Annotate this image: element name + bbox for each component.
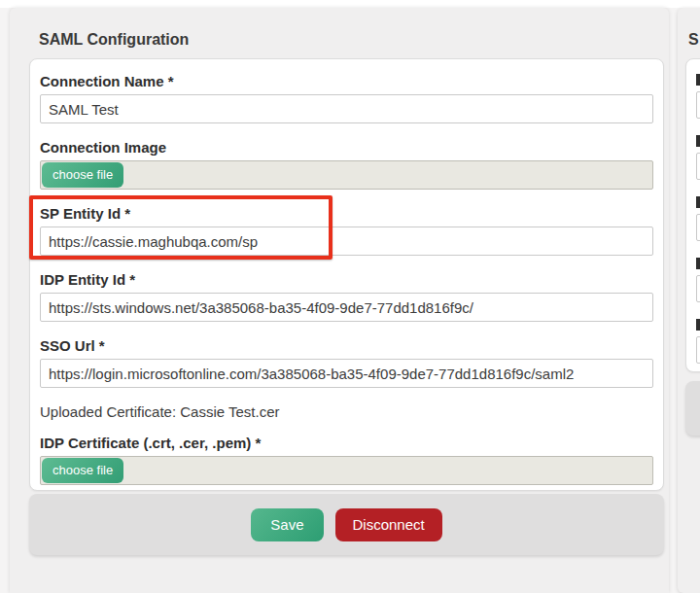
sso-url-input[interactable]: [40, 359, 653, 388]
second-panel-field-label-fragment: [696, 135, 700, 147]
saml-configuration-panel: SAML Configuration Connection Name * Con…: [10, 8, 669, 593]
connection-name-input[interactable]: [40, 94, 653, 123]
second-configuration-panel-cutoff: S: [678, 8, 700, 593]
second-panel-input-cutoff[interactable]: [696, 91, 700, 119]
uploaded-certificate-text: Uploaded Certificate: Cassie Test.cer: [40, 404, 653, 419]
panel-title-saml-configuration: SAML Configuration: [39, 31, 189, 49]
second-panel-field-label-fragment: [696, 74, 700, 86]
second-panel-field-label-fragment: [696, 319, 700, 331]
idp-certificate-label: IDP Certificate (.crt, .cer, .pem) *: [40, 436, 653, 450]
connection-image-label: Connection Image: [40, 140, 653, 155]
sp-entity-id-label: SP Entity Id *: [40, 206, 653, 221]
second-panel-input-cutoff[interactable]: [696, 275, 700, 302]
idp-entity-id-label: IDP Entity Id *: [40, 272, 653, 287]
second-panel-footer-cutoff: [685, 381, 700, 436]
idp-entity-id-input[interactable]: [40, 293, 653, 322]
form-footer: Save Disconnect: [29, 494, 664, 555]
page-top-strip: [0, 0, 700, 8]
sso-url-label: SSO Url *: [40, 338, 653, 353]
sp-entity-id-input[interactable]: [40, 227, 653, 256]
connection-image-choose-file-button[interactable]: choose file: [42, 162, 123, 188]
saml-configuration-form: Connection Name * Connection Image choos…: [29, 58, 664, 491]
second-panel-input-cutoff[interactable]: [696, 336, 700, 364]
save-button[interactable]: Save: [251, 508, 323, 541]
idp-certificate-file-input[interactable]: choose file: [40, 456, 653, 485]
connection-name-label: Connection Name *: [40, 74, 653, 88]
second-panel-field-label-fragment: [696, 258, 700, 269]
disconnect-button[interactable]: Disconnect: [335, 508, 442, 541]
second-panel-input-cutoff[interactable]: [696, 153, 700, 180]
second-panel-title-fragment: S: [688, 31, 699, 49]
connection-image-file-input[interactable]: choose file: [40, 160, 653, 190]
second-panel-form-cutoff: [685, 58, 700, 372]
idp-certificate-choose-file-button[interactable]: choose file: [42, 458, 123, 483]
second-panel-field-label-fragment: [696, 196, 700, 208]
second-panel-input-cutoff[interactable]: [696, 214, 700, 241]
